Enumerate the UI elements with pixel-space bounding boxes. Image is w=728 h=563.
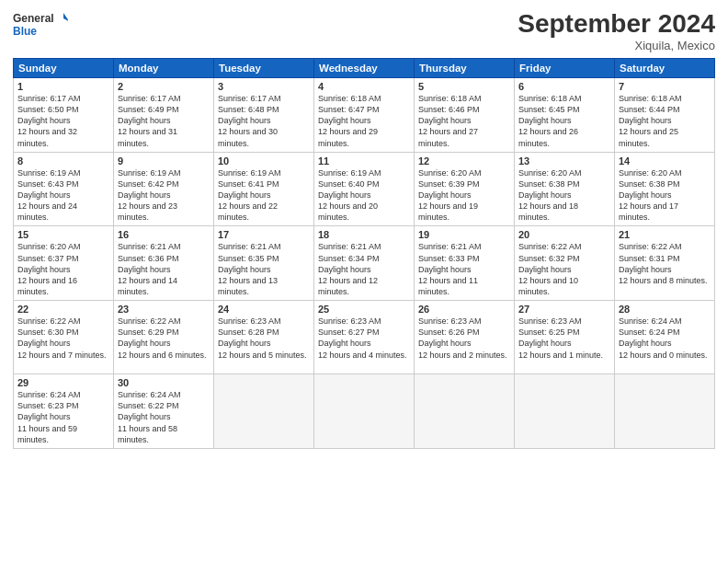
table-row: 29Sunrise: 6:24 AMSunset: 6:23 PMDayligh…	[14, 374, 114, 449]
table-row	[615, 374, 715, 449]
day-details: Sunrise: 6:24 AMSunset: 6:24 PMDaylight …	[619, 316, 711, 361]
page: General Blue September 2024 Xiquila, Mex…	[0, 0, 728, 563]
day-number: 15	[17, 229, 109, 240]
day-number: 29	[17, 377, 109, 388]
calendar-week-row: 1Sunrise: 6:17 AMSunset: 6:50 PMDaylight…	[14, 78, 715, 153]
svg-marker-2	[63, 13, 68, 22]
day-details: Sunrise: 6:21 AMSunset: 6:33 PMDaylight …	[418, 241, 510, 297]
logo-svg: General Blue	[13, 9, 68, 42]
table-row: 5Sunrise: 6:18 AMSunset: 6:46 PMDaylight…	[415, 78, 515, 153]
day-number: 23	[118, 304, 210, 315]
table-row: 13Sunrise: 6:20 AMSunset: 6:38 PMDayligh…	[515, 152, 615, 226]
calendar-week-row: 15Sunrise: 6:20 AMSunset: 6:37 PMDayligh…	[14, 226, 715, 301]
calendar-table: Sunday Monday Tuesday Wednesday Thursday…	[13, 58, 715, 449]
day-details: Sunrise: 6:17 AMSunset: 6:48 PMDaylight …	[218, 93, 310, 149]
calendar-week-row: 29Sunrise: 6:24 AMSunset: 6:23 PMDayligh…	[14, 374, 715, 449]
svg-text:General: General	[13, 12, 54, 25]
table-row: 23Sunrise: 6:22 AMSunset: 6:29 PMDayligh…	[114, 301, 214, 374]
table-row: 8Sunrise: 6:19 AMSunset: 6:43 PMDaylight…	[14, 152, 114, 226]
day-details: Sunrise: 6:18 AMSunset: 6:47 PMDaylight …	[318, 93, 410, 149]
day-details: Sunrise: 6:21 AMSunset: 6:34 PMDaylight …	[318, 241, 410, 297]
day-number: 7	[619, 81, 711, 92]
day-number: 14	[619, 155, 711, 167]
table-row: 6Sunrise: 6:18 AMSunset: 6:45 PMDaylight…	[515, 78, 615, 153]
day-number: 9	[118, 155, 210, 167]
day-details: Sunrise: 6:20 AMSunset: 6:38 PMDaylight …	[619, 167, 711, 224]
table-row: 10Sunrise: 6:19 AMSunset: 6:41 PMDayligh…	[214, 152, 314, 226]
table-row: 3Sunrise: 6:17 AMSunset: 6:48 PMDaylight…	[214, 78, 314, 153]
table-row	[415, 374, 515, 449]
day-details: Sunrise: 6:24 AMSunset: 6:22 PMDaylight …	[118, 389, 210, 445]
day-number: 27	[518, 304, 610, 315]
table-row: 28Sunrise: 6:24 AMSunset: 6:24 PMDayligh…	[615, 301, 715, 374]
day-details: Sunrise: 6:19 AMSunset: 6:41 PMDaylight …	[218, 167, 310, 224]
table-row: 21Sunrise: 6:22 AMSunset: 6:31 PMDayligh…	[615, 226, 715, 301]
table-row: 14Sunrise: 6:20 AMSunset: 6:38 PMDayligh…	[615, 152, 715, 226]
table-row: 20Sunrise: 6:22 AMSunset: 6:32 PMDayligh…	[515, 226, 615, 301]
col-wednesday: Wednesday	[314, 59, 415, 78]
col-friday: Friday	[515, 59, 615, 78]
calendar-week-row: 8Sunrise: 6:19 AMSunset: 6:43 PMDaylight…	[14, 152, 715, 226]
day-number: 10	[218, 155, 310, 167]
day-details: Sunrise: 6:22 AMSunset: 6:31 PMDaylight …	[619, 241, 711, 286]
table-row: 15Sunrise: 6:20 AMSunset: 6:37 PMDayligh…	[14, 226, 114, 301]
day-details: Sunrise: 6:17 AMSunset: 6:50 PMDaylight …	[17, 93, 109, 149]
day-number: 24	[218, 304, 310, 315]
table-row: 12Sunrise: 6:20 AMSunset: 6:39 PMDayligh…	[415, 152, 515, 226]
location: Xiquila, Mexico	[518, 39, 715, 52]
day-number: 5	[418, 81, 510, 92]
day-number: 3	[218, 81, 310, 92]
col-thursday: Thursday	[415, 59, 515, 78]
day-number: 26	[418, 304, 510, 315]
day-details: Sunrise: 6:24 AMSunset: 6:23 PMDaylight …	[17, 389, 109, 445]
table-row: 18Sunrise: 6:21 AMSunset: 6:34 PMDayligh…	[314, 226, 415, 301]
day-details: Sunrise: 6:23 AMSunset: 6:28 PMDaylight …	[218, 316, 310, 361]
col-saturday: Saturday	[615, 59, 715, 78]
day-details: Sunrise: 6:17 AMSunset: 6:49 PMDaylight …	[118, 93, 210, 149]
day-details: Sunrise: 6:19 AMSunset: 6:42 PMDaylight …	[118, 167, 210, 224]
day-details: Sunrise: 6:19 AMSunset: 6:40 PMDaylight …	[318, 167, 410, 224]
table-row: 17Sunrise: 6:21 AMSunset: 6:35 PMDayligh…	[214, 226, 314, 301]
table-row: 19Sunrise: 6:21 AMSunset: 6:33 PMDayligh…	[415, 226, 515, 301]
table-row: 1Sunrise: 6:17 AMSunset: 6:50 PMDaylight…	[14, 78, 114, 153]
table-row: 24Sunrise: 6:23 AMSunset: 6:28 PMDayligh…	[214, 301, 314, 374]
table-row: 30Sunrise: 6:24 AMSunset: 6:22 PMDayligh…	[114, 374, 214, 449]
col-monday: Monday	[114, 59, 214, 78]
day-number: 6	[518, 81, 610, 92]
day-number: 1	[17, 81, 109, 92]
table-row	[214, 374, 314, 449]
table-row: 26Sunrise: 6:23 AMSunset: 6:26 PMDayligh…	[415, 301, 515, 374]
day-number: 20	[518, 229, 610, 240]
table-row: 2Sunrise: 6:17 AMSunset: 6:49 PMDaylight…	[114, 78, 214, 153]
day-number: 25	[318, 304, 410, 315]
day-number: 2	[118, 81, 210, 92]
day-details: Sunrise: 6:18 AMSunset: 6:44 PMDaylight …	[619, 93, 711, 149]
calendar-header-row: Sunday Monday Tuesday Wednesday Thursday…	[14, 59, 715, 78]
day-details: Sunrise: 6:22 AMSunset: 6:30 PMDaylight …	[17, 316, 109, 361]
day-number: 16	[118, 229, 210, 240]
day-number: 28	[619, 304, 711, 315]
table-row	[515, 374, 615, 449]
col-tuesday: Tuesday	[214, 59, 314, 78]
day-number: 30	[118, 377, 210, 388]
table-row: 27Sunrise: 6:23 AMSunset: 6:25 PMDayligh…	[515, 301, 615, 374]
day-number: 13	[518, 155, 610, 167]
day-details: Sunrise: 6:18 AMSunset: 6:45 PMDaylight …	[518, 93, 610, 149]
day-number: 8	[17, 155, 109, 167]
month-title: September 2024	[518, 9, 715, 39]
day-details: Sunrise: 6:19 AMSunset: 6:43 PMDaylight …	[17, 167, 109, 224]
day-number: 11	[318, 155, 410, 167]
col-sunday: Sunday	[14, 59, 114, 78]
title-block: September 2024 Xiquila, Mexico	[518, 9, 715, 52]
table-row: 16Sunrise: 6:21 AMSunset: 6:36 PMDayligh…	[114, 226, 214, 301]
day-details: Sunrise: 6:23 AMSunset: 6:26 PMDaylight …	[418, 316, 510, 361]
header: General Blue September 2024 Xiquila, Mex…	[13, 9, 715, 52]
day-details: Sunrise: 6:23 AMSunset: 6:27 PMDaylight …	[318, 316, 410, 361]
day-details: Sunrise: 6:21 AMSunset: 6:36 PMDaylight …	[118, 241, 210, 297]
day-details: Sunrise: 6:20 AMSunset: 6:38 PMDaylight …	[518, 167, 610, 224]
day-number: 22	[17, 304, 109, 315]
day-details: Sunrise: 6:23 AMSunset: 6:25 PMDaylight …	[518, 316, 610, 361]
logo: General Blue	[13, 9, 68, 42]
day-number: 19	[418, 229, 510, 240]
svg-text:Blue: Blue	[13, 25, 37, 38]
